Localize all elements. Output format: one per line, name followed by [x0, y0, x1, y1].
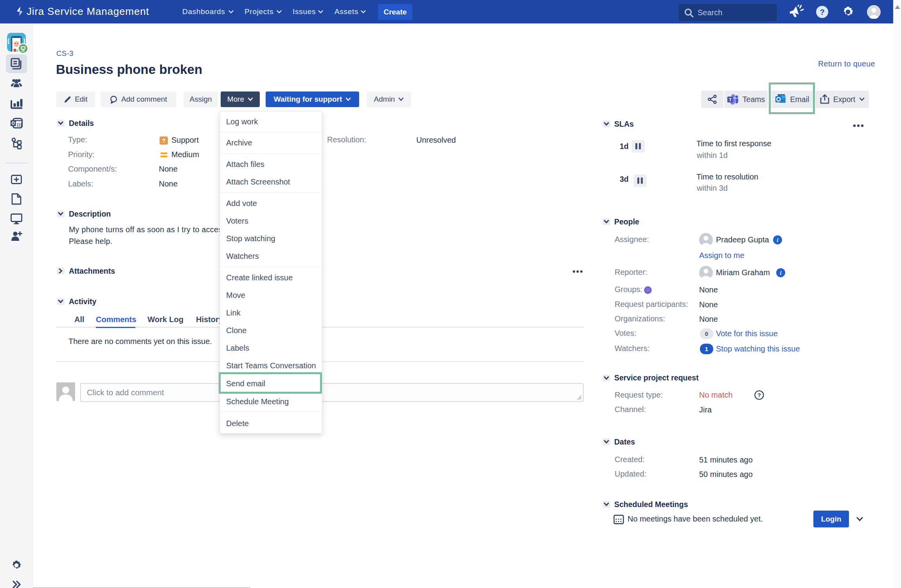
svg-text:?: ? — [162, 137, 165, 144]
svg-text:?: ? — [820, 8, 824, 16]
svg-text:T: T — [729, 97, 732, 102]
svg-text:i: i — [780, 270, 782, 276]
svg-text:i: i — [777, 237, 779, 243]
svg-text:?: ? — [757, 392, 761, 398]
